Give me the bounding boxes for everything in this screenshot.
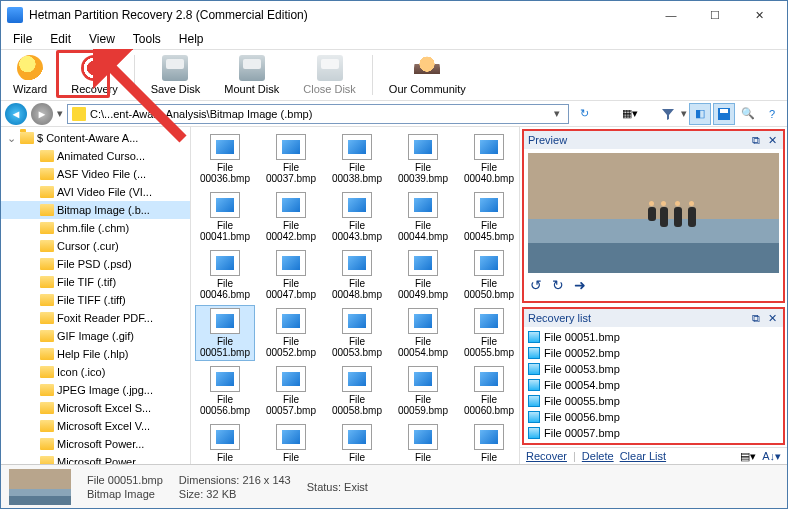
file-item[interactable]: File00065.bmp (459, 421, 519, 464)
help-button[interactable]: ? (761, 103, 783, 125)
recovery-list-close-button[interactable]: ✕ (765, 311, 779, 325)
community-button[interactable]: Our Community (381, 51, 474, 99)
file-item[interactable]: File00056.bmp (195, 363, 255, 419)
file-item[interactable]: File00047.bmp (261, 247, 321, 303)
file-item[interactable]: File00050.bmp (459, 247, 519, 303)
recovery-list-item[interactable]: File 00055.bmp (526, 393, 781, 409)
address-dropdown-icon[interactable]: ▾ (550, 107, 564, 120)
file-item[interactable]: File00055.bmp (459, 305, 519, 361)
tree-item[interactable]: JPEG Image (.jpg... (1, 381, 190, 399)
tree-item[interactable]: Help File (.hlp) (1, 345, 190, 363)
close-button[interactable]: ✕ (737, 1, 781, 29)
next-button[interactable]: ➜ (574, 277, 586, 293)
file-item[interactable]: File00049.bmp (393, 247, 453, 303)
search-button[interactable]: 🔍 (737, 103, 759, 125)
collapse-icon[interactable]: ⌄ (5, 132, 17, 145)
file-item[interactable]: File00048.bmp (327, 247, 387, 303)
tree-item[interactable]: Microsoft Excel V... (1, 417, 190, 435)
nav-back-button[interactable]: ◄ (5, 103, 27, 125)
tree-item[interactable]: AVI Video File (VI... (1, 183, 190, 201)
recover-link[interactable]: Recover (526, 450, 567, 462)
save-layout-button[interactable] (713, 103, 735, 125)
rotate-right-button[interactable]: ↻ (552, 277, 564, 293)
tree-item[interactable]: Microsoft Power... (1, 453, 190, 464)
tree-item[interactable]: Microsoft Power... (1, 435, 190, 453)
wizard-button[interactable]: Wizard (5, 51, 55, 99)
file-grid[interactable]: File00036.bmpFile00037.bmpFile00038.bmpF… (191, 127, 519, 464)
recovery-list-item[interactable]: File 00057.bmp (526, 425, 781, 441)
preview-popout-button[interactable]: ⧉ (749, 133, 763, 147)
tree-root[interactable]: ⌄ $ Content-Aware A... (1, 129, 190, 147)
tree-item[interactable]: ASF Video File (... (1, 165, 190, 183)
tree-item[interactable]: GIF Image (.gif) (1, 327, 190, 345)
menu-file[interactable]: File (5, 30, 40, 48)
nav-dropdown-icon[interactable]: ▾ (57, 107, 63, 120)
recovery-list-item[interactable]: File 00054.bmp (526, 377, 781, 393)
file-item[interactable]: File00036.bmp (195, 131, 255, 187)
mount-disk-button[interactable]: Mount Disk (216, 51, 287, 99)
filter-dropdown-icon[interactable]: ▾ (681, 107, 687, 120)
save-disk-button[interactable]: Save Disk (143, 51, 209, 99)
menu-tools[interactable]: Tools (125, 30, 169, 48)
file-item[interactable]: File00037.bmp (261, 131, 321, 187)
file-item[interactable]: File00063.bmp (327, 421, 387, 464)
file-item[interactable]: File00061.bmp (195, 421, 255, 464)
tree-item[interactable]: File TIFF (.tiff) (1, 291, 190, 309)
file-item[interactable]: File00064.bmp (393, 421, 453, 464)
tree-item[interactable]: Icon (.ico) (1, 363, 190, 381)
recovery-list[interactable]: File 00051.bmpFile 00052.bmpFile 00053.b… (524, 327, 783, 443)
address-input[interactable] (90, 108, 550, 120)
file-item[interactable]: File00051.bmp (195, 305, 255, 361)
rotate-left-button[interactable]: ↺ (530, 277, 542, 293)
file-item[interactable]: File00039.bmp (393, 131, 453, 187)
menu-edit[interactable]: Edit (42, 30, 79, 48)
tree-item[interactable]: File TIF (.tif) (1, 273, 190, 291)
tree-item[interactable]: File PSD (.psd) (1, 255, 190, 273)
close-disk-button[interactable]: Close Disk (295, 51, 364, 99)
minimize-button[interactable]: — (649, 1, 693, 29)
delete-link[interactable]: Delete (582, 450, 614, 462)
file-item[interactable]: File00042.bmp (261, 189, 321, 245)
tree-item[interactable]: Animated Curso... (1, 147, 190, 165)
file-item[interactable]: File00038.bmp (327, 131, 387, 187)
file-item[interactable]: File00046.bmp (195, 247, 255, 303)
file-item[interactable]: File00040.bmp (459, 131, 519, 187)
tree-item[interactable]: Foxit Reader PDF... (1, 309, 190, 327)
file-item[interactable]: File00044.bmp (393, 189, 453, 245)
clear-list-link[interactable]: Clear List (620, 450, 666, 462)
file-item[interactable]: File00060.bmp (459, 363, 519, 419)
recovery-list-popout-button[interactable]: ⧉ (749, 311, 763, 325)
recovery-list-item[interactable]: File 00052.bmp (526, 345, 781, 361)
list-view-button[interactable]: ▤▾ (740, 450, 756, 463)
folder-tree[interactable]: ⌄ $ Content-Aware A... Animated Curso...… (1, 127, 191, 464)
file-item[interactable]: File00058.bmp (327, 363, 387, 419)
file-item[interactable]: File00062.bmp (261, 421, 321, 464)
file-item[interactable]: File00052.bmp (261, 305, 321, 361)
recovery-button[interactable]: Recovery (63, 51, 125, 99)
filter-button[interactable] (657, 103, 679, 125)
file-item[interactable]: File00043.bmp (327, 189, 387, 245)
menu-help[interactable]: Help (171, 30, 212, 48)
maximize-button[interactable]: ☐ (693, 1, 737, 29)
tree-item[interactable]: chm.file (.chm) (1, 219, 190, 237)
tree-item[interactable]: Bitmap Image (.b... (1, 201, 190, 219)
sort-button[interactable]: A↓▾ (762, 450, 781, 463)
menu-view[interactable]: View (81, 30, 123, 48)
preview-toggle-button[interactable]: ◧ (689, 103, 711, 125)
file-item[interactable]: File00053.bmp (327, 305, 387, 361)
refresh-button[interactable]: ↻ (573, 103, 595, 125)
nav-forward-button[interactable]: ► (31, 103, 53, 125)
address-bar[interactable]: ▾ (67, 104, 569, 124)
recovery-list-item[interactable]: File 00056.bmp (526, 409, 781, 425)
file-item[interactable]: File00045.bmp (459, 189, 519, 245)
file-item[interactable]: File00041.bmp (195, 189, 255, 245)
file-item[interactable]: File00054.bmp (393, 305, 453, 361)
preview-close-button[interactable]: ✕ (765, 133, 779, 147)
recovery-list-item[interactable]: File 00051.bmp (526, 329, 781, 345)
file-item[interactable]: File00059.bmp (393, 363, 453, 419)
tree-item[interactable]: Cursor (.cur) (1, 237, 190, 255)
recovery-list-item[interactable]: File 00053.bmp (526, 361, 781, 377)
view-options-button[interactable]: ▦▾ (619, 103, 641, 125)
file-item[interactable]: File00057.bmp (261, 363, 321, 419)
tree-item[interactable]: Microsoft Excel S... (1, 399, 190, 417)
